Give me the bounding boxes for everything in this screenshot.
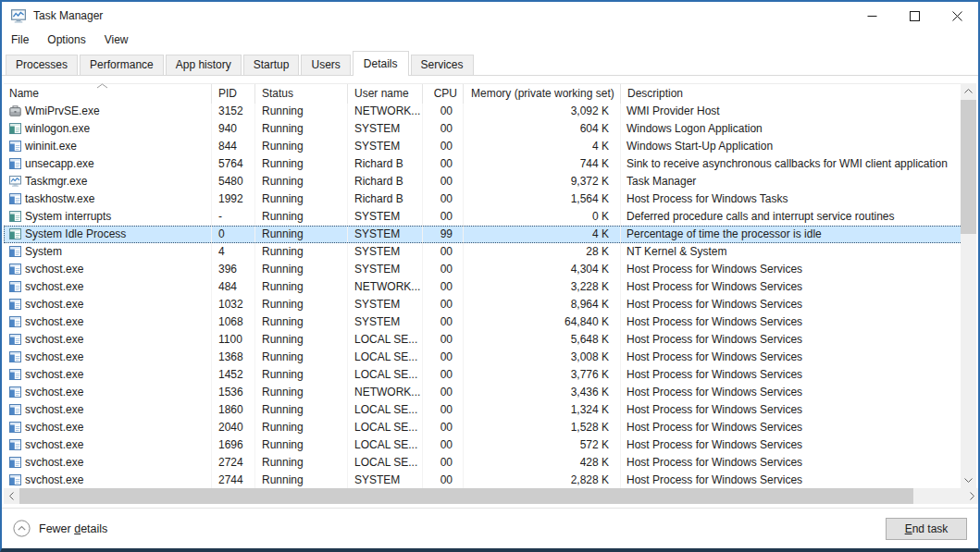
window-blue-icon <box>9 457 21 468</box>
table-row[interactable]: svchost.exe 1536 Running NETWORK... 00 3… <box>4 384 964 401</box>
process-status: Running <box>255 208 348 226</box>
table-row[interactable]: svchost.exe 1860 Running LOCAL SE... 00 … <box>4 401 964 419</box>
process-pid: 1992 <box>212 190 255 208</box>
menu-options[interactable]: Options <box>38 31 94 49</box>
table-row[interactable]: unsecapp.exe 5764 Running Richard B 00 7… <box>4 155 964 173</box>
window-title: Task Manager <box>33 9 103 22</box>
process-pid: 2744 <box>212 472 255 489</box>
vertical-scrollbar[interactable] <box>961 83 976 488</box>
scroll-down-button[interactable] <box>961 472 976 488</box>
table-header: NamePIDStatusUser nameCPUMemory (private… <box>4 83 964 104</box>
horizontal-scroll-thumb[interactable] <box>19 488 913 504</box>
process-cpu: 00 <box>423 103 464 120</box>
process-description: Host Process for Windows Services <box>621 366 964 384</box>
process-pid: 0 <box>212 226 255 243</box>
process-user: SYSTEM <box>348 138 423 155</box>
column-header-memory[interactable]: Memory (private working set) <box>464 84 621 104</box>
window-teal-icon <box>9 211 21 222</box>
table-row[interactable]: svchost.exe 484 Running NETWORK... 00 3,… <box>4 278 964 296</box>
process-pid: 1860 <box>212 401 255 419</box>
fewer-details-button[interactable]: Fewer details <box>13 520 107 537</box>
footer: Fewer details End task <box>2 508 978 548</box>
maximize-icon <box>910 11 920 21</box>
window-blue-icon <box>9 316 21 327</box>
scroll-right-button[interactable] <box>964 488 980 504</box>
process-memory: 572 K <box>464 436 621 454</box>
tab-processes[interactable]: Processes <box>6 55 78 75</box>
process-memory: 4 K <box>464 226 621 243</box>
window-controls <box>850 2 978 30</box>
menu-view[interactable]: View <box>95 31 138 49</box>
tab-startup[interactable]: Startup <box>243 55 300 75</box>
window-blue-icon <box>9 299 21 310</box>
table-row[interactable]: svchost.exe 1452 Running LOCAL SE... 00 … <box>4 366 964 384</box>
vertical-scroll-thumb[interactable] <box>961 100 976 234</box>
process-name: svchost.exe <box>25 349 83 366</box>
table-row[interactable]: wininit.exe 844 Running SYSTEM 00 4 K Wi… <box>4 138 964 155</box>
table-row[interactable]: svchost.exe 1032 Running SYSTEM 00 8,964… <box>4 296 964 313</box>
table-row[interactable]: svchost.exe 1068 Running SYSTEM 00 64,84… <box>4 313 964 331</box>
table-row[interactable]: svchost.exe 2040 Running LOCAL SE... 00 … <box>4 419 964 436</box>
task-manager-icon <box>11 9 26 23</box>
horizontal-scrollbar[interactable] <box>4 488 980 504</box>
table-row[interactable]: svchost.exe 1100 Running LOCAL SE... 00 … <box>4 331 964 349</box>
process-name: taskhostw.exe <box>25 190 94 208</box>
table-row[interactable]: System Idle Process 0 Running SYSTEM 99 … <box>4 226 964 243</box>
process-status: Running <box>255 401 348 419</box>
chevron-up-circle-icon <box>13 520 31 537</box>
process-memory: 3,436 K <box>464 384 621 401</box>
column-header-status[interactable]: Status <box>255 84 348 104</box>
process-cpu: 00 <box>423 349 464 366</box>
table-row[interactable]: svchost.exe 2724 Running LOCAL SE... 00 … <box>4 454 964 472</box>
scroll-up-button[interactable] <box>961 83 976 99</box>
table-row[interactable]: svchost.exe 2744 Running SYSTEM 00 2,828… <box>4 472 964 489</box>
table-row[interactable]: WmiPrvSE.exe 3152 Running NETWORK... 00 … <box>4 103 964 120</box>
tab-users[interactable]: Users <box>301 55 350 75</box>
window-blue-icon <box>9 474 21 485</box>
table-row[interactable]: svchost.exe 1368 Running LOCAL SE... 00 … <box>4 349 964 366</box>
process-cpu: 00 <box>423 261 464 278</box>
window-blue-icon <box>9 439 21 450</box>
process-description: Host Process for Windows Services <box>621 313 964 331</box>
process-name: svchost.exe <box>25 419 83 436</box>
process-description: Deferred procedure calls and interrupt s… <box>621 208 964 226</box>
process-user: LOCAL SE... <box>348 401 423 419</box>
process-status: Running <box>255 296 348 313</box>
fewer-details-label: Fewer details <box>39 522 107 535</box>
column-header-cpu[interactable]: CPU <box>423 84 464 104</box>
tab-performance[interactable]: Performance <box>80 55 164 75</box>
column-header-description[interactable]: Description <box>621 84 964 104</box>
task-manager-window: Task Manager FileOptionsView ProcessesPe… <box>0 0 980 552</box>
process-cpu: 00 <box>423 436 464 454</box>
process-status: Running <box>255 103 348 120</box>
table-row[interactable]: System 4 Running SYSTEM 00 28 K NT Kerne… <box>4 243 964 261</box>
column-header-user[interactable]: User name <box>348 84 423 104</box>
window-blue-icon <box>9 193 21 204</box>
minimize-button[interactable] <box>850 2 893 30</box>
process-cpu: 00 <box>423 243 464 261</box>
tab-services[interactable]: Services <box>411 55 474 75</box>
close-button[interactable] <box>936 2 978 30</box>
table-row[interactable]: Taskmgr.exe 5480 Running Richard B 00 9,… <box>4 173 964 190</box>
table-row[interactable]: taskhostw.exe 1992 Running Richard B 00 … <box>4 190 964 208</box>
table-row[interactable]: winlogon.exe 940 Running SYSTEM 00 604 K… <box>4 120 964 138</box>
menu-file[interactable]: File <box>2 31 38 49</box>
process-status: Running <box>255 349 348 366</box>
process-memory: 3,228 K <box>464 278 621 296</box>
process-status: Running <box>255 120 348 138</box>
process-user: SYSTEM <box>348 226 423 243</box>
end-task-button[interactable]: End task <box>886 518 967 540</box>
tab-app-history[interactable]: App history <box>166 55 242 75</box>
process-status: Running <box>255 190 348 208</box>
process-memory: 1,528 K <box>464 419 621 436</box>
minimize-icon <box>867 11 877 21</box>
maximize-button[interactable] <box>893 2 936 30</box>
process-user: LOCAL SE... <box>348 366 423 384</box>
table-row[interactable]: svchost.exe 396 Running SYSTEM 00 4,304 … <box>4 261 964 278</box>
column-header-pid[interactable]: PID <box>212 84 255 104</box>
scroll-left-button[interactable] <box>4 488 19 504</box>
table-row[interactable]: System interrupts - Running SYSTEM 00 0 … <box>4 208 964 226</box>
window-blue-icon <box>9 369 21 380</box>
tab-details[interactable]: Details <box>353 51 409 76</box>
table-row[interactable]: svchost.exe 1696 Running LOCAL SE... 00 … <box>4 436 964 454</box>
